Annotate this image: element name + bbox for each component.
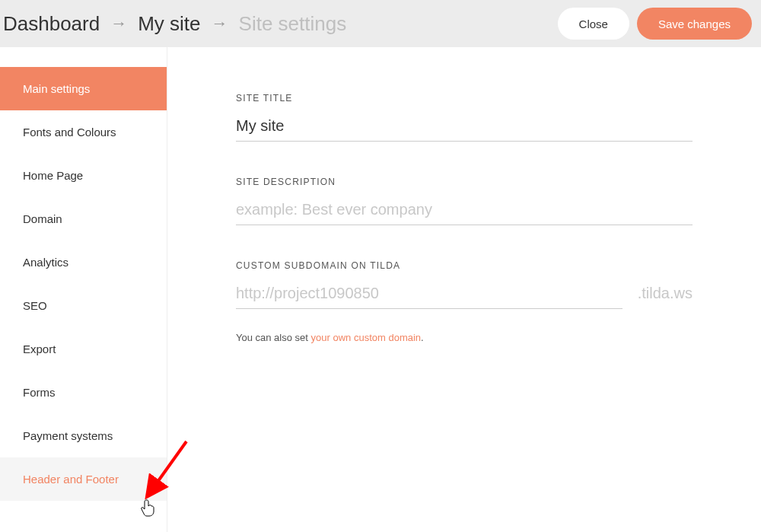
site-title-label: SITE TITLE [236,93,693,104]
breadcrumb-current: Site settings [239,12,347,36]
sidebar-item-forms[interactable]: Forms [0,371,167,414]
save-changes-button[interactable]: Save changes [637,8,752,40]
subdomain-suffix: .tilda.ws [622,285,693,308]
site-description-input[interactable] [236,198,693,225]
sidebar-item-analytics[interactable]: Analytics [0,241,167,284]
custom-domain-link[interactable]: your own custom domain [311,332,422,343]
helper-period: . [421,332,424,343]
top-bar: Dashboard → My site → Site settings Clos… [0,0,761,47]
main-panel: SITE TITLE SITE DESCRIPTION CUSTOM SUBDO… [167,47,761,532]
sidebar-item-payment-systems[interactable]: Payment systems [0,414,167,457]
site-title-field: SITE TITLE [236,93,693,142]
subdomain-label: CUSTOM SUBDOMAIN ON TILDA [236,260,693,271]
sidebar-item-main-settings[interactable]: Main settings [0,67,167,110]
close-button[interactable]: Close [558,8,629,40]
sidebar-item-seo[interactable]: SEO [0,284,167,327]
breadcrumb-arrow-icon: → [212,14,228,33]
breadcrumb-dashboard[interactable]: Dashboard [3,12,100,36]
breadcrumb-site[interactable]: My site [138,12,200,36]
helper-text: You can also set [236,332,311,343]
subdomain-input[interactable] [274,282,622,309]
subdomain-field: CUSTOM SUBDOMAIN ON TILDA http:// .tilda… [236,260,693,309]
sidebar-item-header-footer[interactable]: Header and Footer [0,457,167,501]
site-description-field: SITE DESCRIPTION [236,177,693,225]
breadcrumb-arrow-icon: → [110,14,127,33]
sidebar-item-domain[interactable]: Domain [0,197,167,241]
sidebar-item-fonts-colours[interactable]: Fonts and Colours [0,110,167,154]
body: Main settings Fonts and Colours Home Pag… [0,47,761,532]
sidebar-item-export[interactable]: Export [0,327,167,371]
breadcrumb: Dashboard → My site → Site settings [3,12,558,36]
settings-sidebar: Main settings Fonts and Colours Home Pag… [0,47,167,532]
subdomain-prefix: http:// [236,285,274,309]
custom-domain-helper: You can also set your own custom domain. [236,332,693,343]
site-title-input[interactable] [236,114,693,142]
sidebar-item-home-page[interactable]: Home Page [0,154,167,197]
site-description-label: SITE DESCRIPTION [236,177,693,187]
